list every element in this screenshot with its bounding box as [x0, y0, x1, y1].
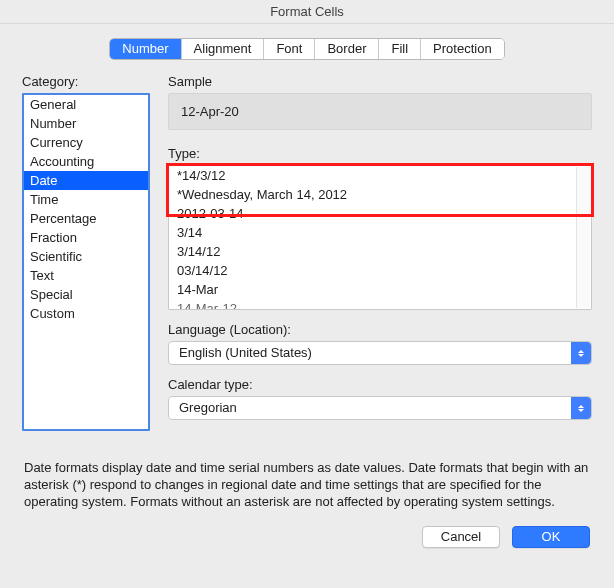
type-item[interactable]: 3/14	[169, 223, 591, 242]
category-list[interactable]: General Number Currency Accounting Date …	[22, 93, 150, 431]
language-select[interactable]: English (United States)	[168, 341, 592, 365]
category-item-time[interactable]: Time	[24, 190, 148, 209]
tab-number[interactable]: Number	[110, 39, 181, 59]
category-item-general[interactable]: General	[24, 95, 148, 114]
category-item-number[interactable]: Number	[24, 114, 148, 133]
tab-fill[interactable]: Fill	[379, 39, 421, 59]
calendar-label: Calendar type:	[168, 377, 592, 392]
cancel-button[interactable]: Cancel	[422, 526, 500, 548]
type-item[interactable]: 3/14/12	[169, 242, 591, 261]
category-item-currency[interactable]: Currency	[24, 133, 148, 152]
ok-button[interactable]: OK	[512, 526, 590, 548]
tab-protection[interactable]: Protection	[421, 39, 504, 59]
tabs-row: Number Alignment Font Border Fill Protec…	[22, 38, 592, 60]
dialog-content: Number Alignment Font Border Fill Protec…	[0, 24, 614, 548]
category-item-text[interactable]: Text	[24, 266, 148, 285]
category-item-date[interactable]: Date	[24, 171, 148, 190]
calendar-value: Gregorian	[179, 400, 237, 415]
category-item-scientific[interactable]: Scientific	[24, 247, 148, 266]
window-title: Format Cells	[0, 0, 614, 24]
button-row: Cancel OK	[22, 526, 592, 548]
tab-alignment[interactable]: Alignment	[182, 39, 265, 59]
type-scrollbar[interactable]	[576, 167, 590, 308]
type-item[interactable]: 2012-03-14	[169, 204, 591, 223]
type-label: Type:	[168, 146, 592, 161]
sample-value: 12-Apr-20	[168, 93, 592, 130]
tab-font[interactable]: Font	[264, 39, 315, 59]
info-text: Date formats display date and time seria…	[22, 459, 592, 510]
type-item[interactable]: 03/14/12	[169, 261, 591, 280]
language-label: Language (Location):	[168, 322, 592, 337]
tab-border[interactable]: Border	[315, 39, 379, 59]
language-value: English (United States)	[179, 345, 312, 360]
category-item-fraction[interactable]: Fraction	[24, 228, 148, 247]
type-item[interactable]: 14-Mar-12	[169, 299, 591, 310]
chevron-updown-icon	[571, 342, 591, 364]
type-item[interactable]: *Wednesday, March 14, 2012	[169, 185, 591, 204]
category-item-percentage[interactable]: Percentage	[24, 209, 148, 228]
sample-label: Sample	[168, 74, 592, 89]
category-item-special[interactable]: Special	[24, 285, 148, 304]
calendar-select[interactable]: Gregorian	[168, 396, 592, 420]
tab-group: Number Alignment Font Border Fill Protec…	[109, 38, 504, 60]
type-list[interactable]: *14/3/12 *Wednesday, March 14, 2012 2012…	[168, 165, 592, 310]
type-item[interactable]: *14/3/12	[169, 166, 591, 185]
category-item-accounting[interactable]: Accounting	[24, 152, 148, 171]
category-label: Category:	[22, 74, 150, 89]
category-item-custom[interactable]: Custom	[24, 304, 148, 323]
type-item[interactable]: 14-Mar	[169, 280, 591, 299]
chevron-updown-icon	[571, 397, 591, 419]
